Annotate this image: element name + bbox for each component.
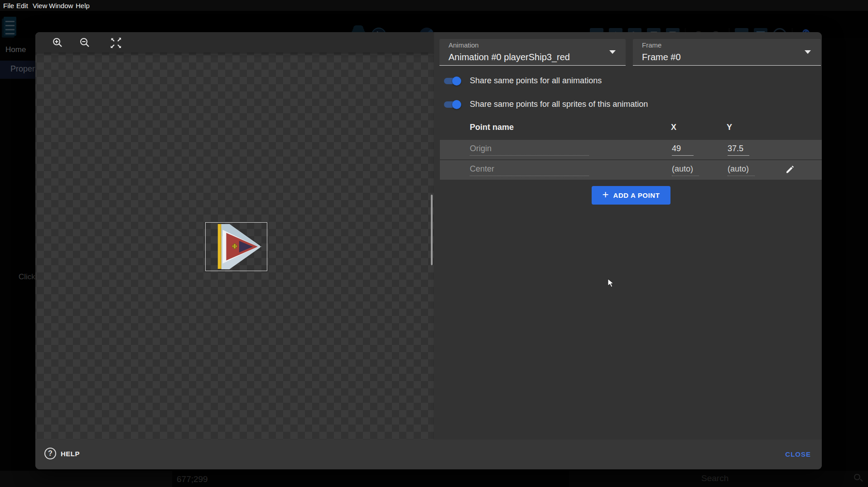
point-x-field[interactable]: 49 xyxy=(672,144,694,156)
frame-select-value: Frame #0 xyxy=(642,52,681,62)
canvas-scrollbar[interactable] xyxy=(431,195,433,265)
chevron-down-icon xyxy=(609,50,616,54)
table-row-center[interactable]: Center (auto) (auto) xyxy=(440,160,822,180)
animation-select-label: Animation xyxy=(448,41,479,49)
point-name-field[interactable]: Origin xyxy=(470,144,589,156)
close-button[interactable]: CLOSE xyxy=(778,449,818,460)
point-y-field[interactable]: 37.5 xyxy=(728,144,749,156)
column-header-x: X xyxy=(671,123,676,132)
add-point-label: ADD A POINT xyxy=(613,191,660,199)
menu-window[interactable]: Window xyxy=(49,2,73,10)
chevron-down-icon xyxy=(805,50,811,54)
toggle-thumb xyxy=(452,76,461,86)
point-name-field[interactable]: Center xyxy=(470,164,589,176)
points-panel: Animation Animation #0 playerShip3_red F… xyxy=(434,32,822,439)
menu-edit[interactable]: Edit xyxy=(16,2,28,10)
share-all-animations-toggle[interactable] xyxy=(443,76,461,86)
frame-select-label: Frame xyxy=(642,41,661,49)
add-point-button[interactable]: + ADD A POINT xyxy=(592,186,670,205)
player-ship-sprite xyxy=(206,223,267,271)
frame-select[interactable]: Frame Frame #0 xyxy=(633,39,821,66)
canvas-toolbar xyxy=(35,32,434,53)
menu-file[interactable]: File xyxy=(3,2,14,10)
animation-select[interactable]: Animation Animation #0 playerShip3_red xyxy=(439,39,626,66)
point-x-field[interactable]: (auto) xyxy=(672,164,699,176)
zoom-out-icon[interactable] xyxy=(79,37,90,48)
share-all-sprites-toggle[interactable] xyxy=(443,99,461,110)
mouse-cursor xyxy=(608,278,615,290)
menu-bar: File Edit View Window Help xyxy=(0,0,868,11)
column-header-point-name: Point name xyxy=(470,123,514,132)
toggle-thumb xyxy=(452,100,461,109)
point-y-field[interactable]: (auto) xyxy=(728,164,755,176)
app-window: File Edit View Window Help PREVIEW PUBLI… xyxy=(0,0,868,487)
animation-select-value: Animation #0 playerShip3_red xyxy=(448,52,570,62)
dialog-footer: ? HELP CLOSE xyxy=(35,439,822,469)
column-header-y: Y xyxy=(727,123,732,132)
sprite-selection-box[interactable] xyxy=(205,222,267,271)
help-button[interactable]: ? HELP xyxy=(44,448,80,459)
edit-point-pencil-icon[interactable] xyxy=(785,164,796,175)
share-all-animations-label: Share same points for all animations xyxy=(470,76,602,86)
menu-view[interactable]: View xyxy=(33,2,47,10)
sprite-canvas[interactable] xyxy=(35,53,434,439)
help-icon: ? xyxy=(44,448,56,459)
help-label: HELP xyxy=(61,450,80,458)
share-points-animations-row: Share same points for all animations xyxy=(443,76,461,86)
edit-points-dialog: Animation Animation #0 playerShip3_red F… xyxy=(35,32,822,469)
fit-to-screen-icon[interactable] xyxy=(110,37,121,48)
plus-icon: + xyxy=(602,189,608,200)
share-points-sprites-row: Share same points for all sprites of thi… xyxy=(443,99,461,110)
zoom-in-icon[interactable] xyxy=(52,37,63,48)
table-row-origin[interactable]: Origin 49 37.5 xyxy=(440,140,822,159)
menu-help[interactable]: Help xyxy=(76,2,90,10)
share-all-sprites-label: Share same points for all sprites of thi… xyxy=(470,100,648,109)
